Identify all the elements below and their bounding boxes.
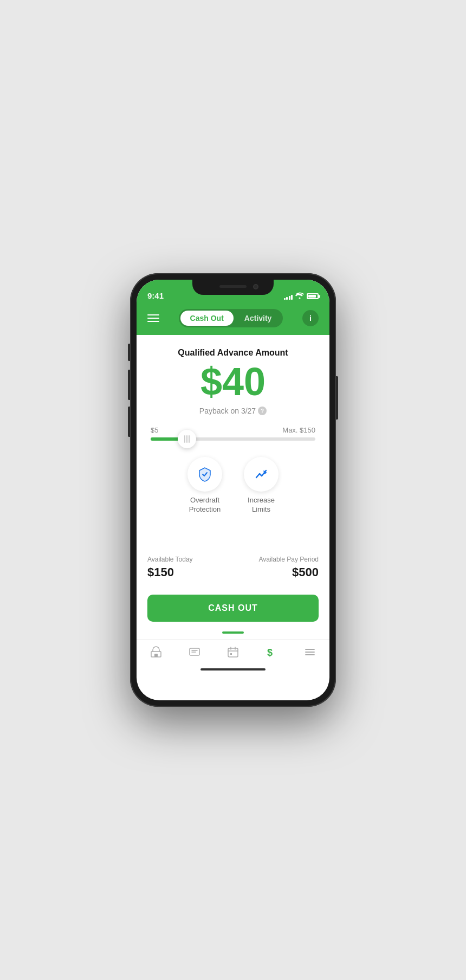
slider-track[interactable] xyxy=(151,437,315,441)
battery-icon xyxy=(307,293,319,299)
feature-section: OverdraftProtection IncreaseLimits xyxy=(147,452,319,525)
nav-calendar[interactable] xyxy=(221,644,245,663)
nav-store[interactable] xyxy=(144,644,169,663)
payback-help-icon[interactable]: ? xyxy=(258,407,267,415)
nav-messages[interactable] xyxy=(182,644,207,663)
nav-dollar[interactable]: $ xyxy=(259,644,284,663)
increase-limits-label: IncreaseLimits xyxy=(248,496,275,514)
activity-tab[interactable]: Activity xyxy=(235,311,282,326)
increase-icon-circle xyxy=(244,457,279,492)
messages-icon xyxy=(189,646,200,661)
main-content: Qualified Advance Amount $40 Payback on … xyxy=(137,335,329,700)
slider-thumb[interactable] xyxy=(178,430,196,448)
svg-rect-3 xyxy=(228,648,238,657)
status-time: 9:41 xyxy=(147,282,164,300)
app-header: Cash Out Activity i xyxy=(137,304,329,335)
advance-amount: $40 xyxy=(147,362,319,401)
overdraft-icon-circle xyxy=(187,457,222,492)
more-icon xyxy=(304,646,316,661)
available-period: Available Pay Period $500 xyxy=(258,556,319,579)
hamburger-menu[interactable] xyxy=(147,314,159,322)
bottom-nav: $ xyxy=(137,639,329,665)
increase-limits-button[interactable]: IncreaseLimits xyxy=(244,457,279,514)
cashout-tab[interactable]: Cash Out xyxy=(180,311,234,326)
svg-text:$: $ xyxy=(267,647,273,658)
cashout-button[interactable]: CASH OUT xyxy=(147,595,319,622)
available-section: Available Today $150 Available Pay Perio… xyxy=(137,547,329,588)
slider-min-label: $5 xyxy=(151,426,158,434)
phone-frame: 9:41 xyxy=(130,273,336,707)
wifi-icon xyxy=(295,292,304,300)
cashout-button-section: CASH OUT xyxy=(137,588,329,628)
nav-more[interactable] xyxy=(297,644,322,663)
available-period-amount: $500 xyxy=(258,565,319,579)
power-button xyxy=(336,376,338,420)
available-today-amount: $150 xyxy=(147,565,193,579)
home-indicator xyxy=(137,665,329,675)
overdraft-label: OverdraftProtection xyxy=(189,496,221,514)
volume-down-button xyxy=(128,407,130,437)
available-today-label: Available Today xyxy=(147,556,193,563)
volume-up-button xyxy=(128,370,130,400)
swipe-indicator xyxy=(137,628,329,639)
tab-switcher: Cash Out Activity xyxy=(179,309,283,327)
slider-labels: $5 Max. $150 xyxy=(151,426,315,434)
advance-label: Qualified Advance Amount xyxy=(147,348,319,358)
available-period-label: Available Pay Period xyxy=(258,556,319,563)
payback-text: Payback on 3/27 ? xyxy=(147,407,319,415)
status-icons xyxy=(284,283,319,300)
slider-max-label: Max. $150 xyxy=(282,426,315,434)
overdraft-protection-button[interactable]: OverdraftProtection xyxy=(187,457,222,514)
info-button[interactable]: i xyxy=(302,310,319,326)
svg-rect-4 xyxy=(230,653,232,655)
amount-slider-section: $5 Max. $150 xyxy=(147,426,319,441)
dollar-icon: $ xyxy=(266,646,277,661)
mute-button xyxy=(128,344,130,361)
phone-screen: 9:41 xyxy=(137,280,329,700)
signal-icon xyxy=(284,293,293,300)
advance-section: Qualified Advance Amount $40 Payback on … xyxy=(137,335,329,536)
calendar-icon xyxy=(227,646,239,661)
speaker xyxy=(219,285,247,288)
available-today: Available Today $150 xyxy=(147,556,193,579)
svg-rect-1 xyxy=(154,654,158,657)
store-icon xyxy=(150,646,162,661)
notch xyxy=(192,280,274,295)
front-camera xyxy=(253,284,258,289)
